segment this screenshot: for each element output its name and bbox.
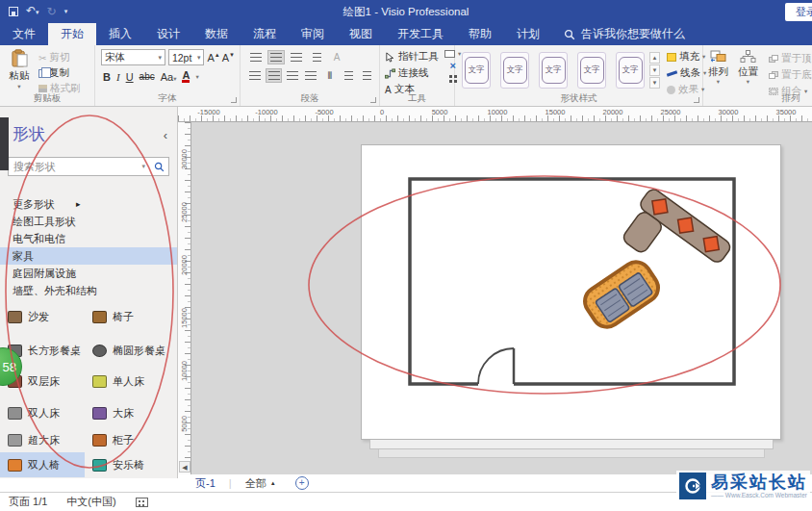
font-dialog-launcher-icon[interactable]	[231, 97, 237, 103]
shape-style-option[interactable]: 文字	[539, 52, 568, 89]
decrease-indent-button[interactable]	[341, 68, 356, 83]
all-pages-button[interactable]: 全部▲	[236, 476, 286, 491]
pointer-icon	[385, 52, 395, 63]
fill-button[interactable]: 填充▾	[667, 50, 706, 64]
stencil-shape-sofa[interactable]: 沙发	[0, 304, 85, 329]
align-bottom-button[interactable]	[288, 50, 305, 64]
tab-data[interactable]: 数据	[192, 23, 241, 45]
align-middle-button[interactable]	[267, 50, 285, 64]
gallery-scroll-up-button[interactable]: ▲	[649, 52, 660, 64]
connector-tool-button[interactable]: 连接线	[385, 66, 439, 80]
stencil-shape-xl-bed[interactable]: 超大床	[0, 427, 85, 452]
shape-style-option[interactable]: 文字	[616, 52, 645, 89]
justify-button[interactable]	[303, 68, 318, 83]
drawing-canvas[interactable]	[191, 122, 812, 474]
connector-icon	[385, 68, 395, 79]
italic-button[interactable]: I	[116, 71, 120, 83]
flyout-arrow-icon: ▸	[76, 195, 81, 213]
watermark: 易采站长站 —— Www.Easck.Com Webmaster	[676, 471, 810, 501]
tab-home[interactable]: 开始	[48, 23, 96, 45]
bold-button[interactable]: B	[103, 71, 111, 83]
category-garden-accessories[interactable]: 庭园附属设施	[0, 265, 177, 282]
save-icon[interactable]	[9, 7, 18, 16]
stencil-shape-big-bed[interactable]: 大床	[85, 400, 169, 425]
align-right-button[interactable]	[285, 68, 300, 83]
copy-button[interactable]: 复制	[38, 66, 81, 80]
tab-developer[interactable]: 开发工具	[385, 23, 456, 45]
add-page-button[interactable]: +	[295, 476, 309, 490]
stencil-shape-chair[interactable]: 椅子	[85, 304, 169, 329]
font-family-select[interactable]: 宋体▾	[101, 49, 165, 65]
tab-help[interactable]: 帮助	[456, 23, 504, 45]
connection-point-icon[interactable]	[449, 75, 452, 78]
stencil-shape-single-bed[interactable]: 单人床	[85, 369, 169, 394]
search-dropdown-icon[interactable]: ▾	[138, 163, 149, 170]
tab-plan[interactable]: 计划	[504, 23, 552, 45]
tab-insert[interactable]: 插入	[96, 23, 144, 45]
tell-me-search[interactable]: 告诉我你想要做什么	[564, 23, 685, 45]
send-to-back-button: 置于底层▾	[769, 68, 812, 82]
undo-icon[interactable]: ↶▾	[26, 5, 39, 18]
cut-button: ✂剪切	[38, 51, 81, 64]
paragraph-dialog-launcher-icon[interactable]	[370, 97, 376, 103]
keyboard-icon[interactable]	[136, 498, 148, 507]
shrink-font-button[interactable]: A▼	[222, 52, 235, 64]
align-left-button[interactable]	[247, 68, 263, 83]
font-size-select[interactable]: 12pt▾	[168, 49, 204, 65]
stencil-shape-loveseat[interactable]: 双人椅	[0, 452, 85, 477]
shape-style-option[interactable]: 文字	[462, 52, 491, 89]
text-direction-button[interactable]: ⫴	[322, 68, 338, 83]
room-wall-shape[interactable]	[410, 179, 734, 384]
category-walls-shell-structure[interactable]: 墙壁、外壳和结构	[0, 282, 177, 299]
collapse-panel-icon[interactable]: ‹	[164, 128, 167, 142]
pointer-tool-button[interactable]: 指针工具	[385, 50, 439, 64]
customize-toolbar-icon[interactable]: ▾	[64, 6, 68, 17]
category-drawing-tool-shapes[interactable]: 绘图工具形状	[0, 213, 177, 230]
gallery-scroll-down-button[interactable]: ▼	[649, 64, 660, 76]
brush-icon	[38, 85, 47, 92]
line-button[interactable]: 线条▾	[667, 66, 706, 80]
increase-indent-button[interactable]	[360, 68, 375, 83]
font-color-dropdown-icon[interactable]: ▾	[195, 73, 198, 81]
strikethrough-button[interactable]: abc	[140, 71, 155, 82]
arrange-icon	[710, 50, 726, 63]
tab-design[interactable]: 设计	[144, 23, 192, 45]
tab-file[interactable]: 文件	[0, 23, 48, 45]
ribbon-tab-bar: 文件 开始 插入 设计 数据 流程 审阅 视图 开发工具 帮助 计划 告诉我你想…	[0, 23, 812, 45]
sign-in-button[interactable]: 登录	[785, 3, 812, 21]
category-more-shapes[interactable]: 更多形状▸	[0, 195, 177, 213]
align-center-button[interactable]	[266, 68, 281, 83]
align-top-button[interactable]	[247, 50, 265, 64]
font-color-button[interactable]: A	[182, 70, 190, 83]
page-tab[interactable]: 页-1	[186, 476, 225, 491]
title-bar: ↶▾ ↻ ▾ 绘图1 - Visio Professional 登录	[0, 0, 812, 23]
shape-styles-dialog-launcher-icon[interactable]	[694, 97, 699, 103]
change-case-button[interactable]: Aa▾	[161, 71, 177, 83]
search-icon[interactable]	[149, 162, 168, 172]
stencil-shape-double-bed[interactable]: 双人床	[0, 400, 85, 425]
shape-search-input[interactable]	[9, 161, 138, 172]
underline-button[interactable]: U	[126, 71, 134, 83]
tab-process[interactable]: 流程	[241, 23, 289, 45]
scroll-left-button[interactable]: ◀	[179, 461, 190, 473]
bullet-list-button[interactable]	[308, 50, 325, 64]
tab-review[interactable]: 审阅	[289, 23, 337, 45]
stencil-shape-cabinet[interactable]: 柜子	[85, 427, 169, 452]
paste-dropdown-icon[interactable]: ▾	[0, 83, 38, 90]
category-electrical-telecom[interactable]: 电气和电信	[0, 230, 177, 247]
rectangle-icon	[444, 50, 455, 58]
single-bed-icon	[92, 375, 107, 388]
gallery-more-button[interactable]: ▼	[649, 77, 660, 89]
shape-style-option[interactable]: 文字	[500, 52, 529, 89]
door-opening	[478, 379, 514, 388]
tab-view[interactable]: 视图	[337, 23, 385, 45]
shape-style-option[interactable]: 文字	[577, 52, 606, 89]
stencil-shape-oval-table[interactable]: 椭圆形餐桌	[85, 338, 169, 363]
language-indicator[interactable]: 中文(中国)	[66, 495, 115, 509]
category-furniture[interactable]: 家具	[0, 247, 177, 265]
edge-overlay-strip	[0, 117, 9, 170]
page-indicator[interactable]: 页面 1/1	[9, 495, 47, 509]
fill-icon	[667, 53, 676, 62]
grow-font-button[interactable]: A▲	[207, 52, 219, 64]
stencil-shape-armchair[interactable]: 安乐椅	[85, 452, 169, 477]
